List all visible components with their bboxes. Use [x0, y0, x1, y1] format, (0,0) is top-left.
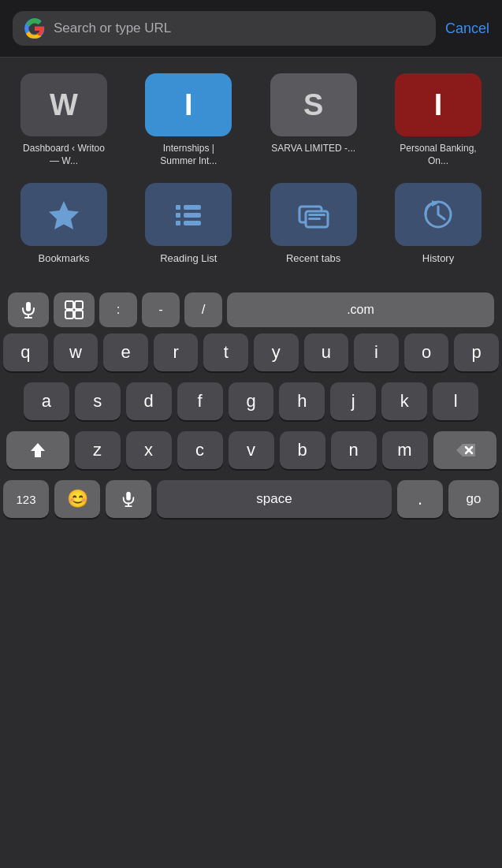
svg-rect-2	[184, 205, 201, 210]
space-key[interactable]: space	[157, 480, 392, 518]
svg-rect-4	[184, 213, 201, 218]
bottom-row: 123 😊 space . go	[0, 480, 502, 518]
search-bar-area: Search or type URL Cancel	[0, 0, 502, 58]
svg-rect-19	[75, 311, 83, 319]
colon-key[interactable]: :	[99, 292, 137, 327]
svg-rect-23	[126, 492, 131, 501]
grid-special-key[interactable]	[54, 292, 95, 327]
recent-icon-writoo: W	[20, 73, 107, 136]
key-z[interactable]: z	[75, 431, 121, 469]
svg-rect-9	[308, 214, 325, 216]
key-l[interactable]: l	[433, 382, 478, 420]
reading-list-label: Reading List	[160, 252, 217, 264]
svg-rect-18	[65, 311, 73, 319]
cancel-button[interactable]: Cancel	[445, 17, 489, 40]
key-i[interactable]: i	[354, 333, 399, 371]
mic-special-key[interactable]	[8, 292, 49, 327]
key-b[interactable]: b	[280, 431, 325, 469]
period-key[interactable]: .	[397, 480, 443, 518]
grid-icon	[64, 300, 84, 320]
shortcut-bookmarks[interactable]: Bookmarks	[13, 183, 115, 264]
keyboard-rows: q w e r t y u i o p a s d f g h j k l	[0, 333, 502, 469]
key-a[interactable]: a	[24, 382, 69, 420]
history-icon-box	[395, 183, 482, 246]
key-y[interactable]: y	[254, 333, 299, 371]
shift-icon	[29, 441, 46, 459]
microphone-icon	[19, 300, 38, 319]
svg-rect-17	[75, 301, 83, 309]
recent-icon-sarva: S	[270, 73, 357, 136]
keyboard-area: : - / .com q w e r t y u i o p a s d f g…	[0, 286, 502, 518]
svg-marker-20	[31, 443, 45, 457]
shortcut-reading-list[interactable]: Reading List	[137, 183, 240, 264]
star-icon	[46, 197, 81, 232]
svg-marker-0	[49, 201, 79, 229]
recent-label-internships: Internships | Summer Int...	[145, 143, 232, 167]
recent-item-banking[interactable]: I Personal Banking, On...	[387, 73, 489, 167]
recent-label-writoo: Dashboard ‹ Writoo — W...	[20, 143, 107, 167]
emoji-key[interactable]: 😊	[54, 480, 100, 518]
slash-key[interactable]: /	[184, 292, 222, 327]
recent-label-sarva: SARVA LIMITED -...	[271, 143, 355, 155]
key-c[interactable]: c	[177, 431, 223, 469]
delete-icon	[455, 442, 475, 458]
shift-key[interactable]	[6, 431, 69, 469]
key-row-1: q w e r t y u i o p	[3, 333, 499, 371]
keyboard-mic-key[interactable]	[106, 480, 151, 518]
key-e[interactable]: e	[103, 333, 148, 371]
recent-items-row: W Dashboard ‹ Writoo — W... I Internship…	[13, 73, 489, 167]
key-w[interactable]: w	[54, 333, 99, 371]
key-x[interactable]: x	[126, 431, 172, 469]
svg-rect-1	[176, 205, 180, 210]
svg-rect-10	[308, 218, 321, 220]
key-u[interactable]: u	[304, 333, 349, 371]
svg-rect-3	[176, 213, 180, 218]
dotcom-key[interactable]: .com	[227, 292, 494, 327]
keyboard-microphone-icon	[120, 490, 137, 508]
num-key[interactable]: 123	[3, 480, 49, 518]
key-v[interactable]: v	[229, 431, 274, 469]
key-s[interactable]: s	[75, 382, 121, 420]
key-g[interactable]: g	[229, 382, 274, 420]
recent-item-sarva[interactable]: S SARVA LIMITED -...	[262, 73, 365, 167]
recent-tabs-icon	[296, 197, 331, 232]
dash-key[interactable]: -	[142, 292, 180, 327]
bookmarks-icon-box	[20, 183, 107, 246]
svg-rect-6	[184, 221, 201, 225]
shortcuts-area: W Dashboard ‹ Writoo — W... I Internship…	[0, 58, 502, 278]
recent-tabs-label: Recent tabs	[286, 252, 340, 264]
key-n[interactable]: n	[331, 431, 377, 469]
key-p[interactable]: p	[454, 333, 499, 371]
key-row-2: a s d f g h j k l	[3, 382, 499, 420]
shortcut-history[interactable]: History	[387, 183, 489, 264]
key-d[interactable]: d	[126, 382, 172, 420]
recent-item-internships[interactable]: I Internships | Summer Int...	[137, 73, 240, 167]
key-row-3: z x c v b n m	[3, 431, 499, 469]
svg-rect-16	[65, 301, 73, 309]
shortcut-recent-tabs[interactable]: Recent tabs	[262, 183, 365, 264]
key-j[interactable]: j	[330, 382, 376, 420]
history-icon	[421, 197, 456, 232]
key-r[interactable]: r	[154, 333, 199, 371]
shortcut-row: Bookmarks Reading List	[13, 183, 489, 264]
key-k[interactable]: k	[381, 382, 427, 420]
key-t[interactable]: t	[203, 333, 248, 371]
search-bar[interactable]: Search or type URL	[13, 11, 436, 46]
key-h[interactable]: h	[279, 382, 325, 420]
key-m[interactable]: m	[382, 431, 428, 469]
list-icon	[171, 197, 206, 232]
search-placeholder: Search or type URL	[54, 20, 171, 36]
recent-item-writoo[interactable]: W Dashboard ‹ Writoo — W...	[13, 73, 115, 167]
history-label: History	[422, 252, 454, 264]
bookmarks-label: Bookmarks	[38, 252, 89, 264]
key-f[interactable]: f	[177, 382, 223, 420]
key-q[interactable]: q	[3, 333, 48, 371]
svg-rect-13	[26, 302, 31, 311]
google-logo	[24, 17, 46, 39]
go-key[interactable]: go	[448, 480, 499, 518]
key-o[interactable]: o	[404, 333, 449, 371]
recent-label-banking: Personal Banking, On...	[395, 143, 482, 167]
recent-icon-banking: I	[395, 73, 482, 136]
recent-icon-internships: I	[145, 73, 232, 136]
delete-key[interactable]	[433, 431, 496, 469]
